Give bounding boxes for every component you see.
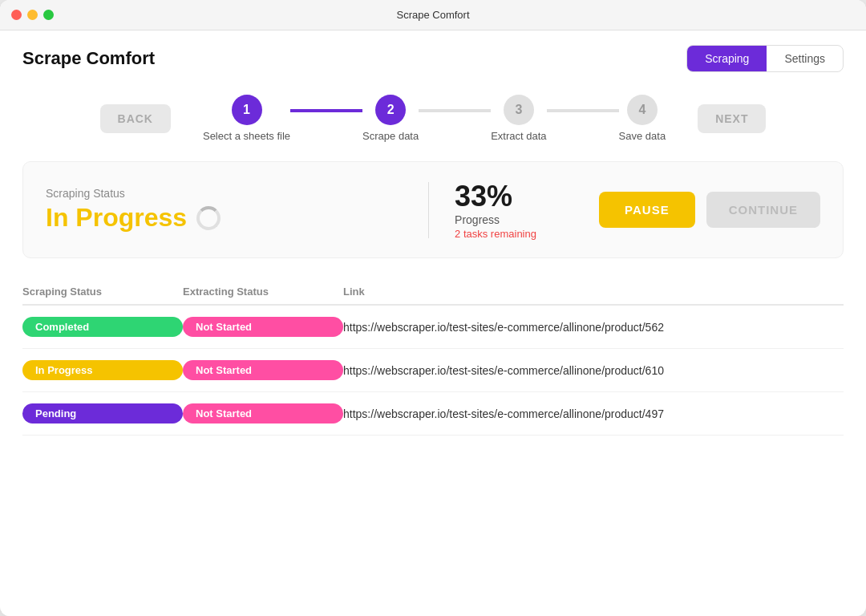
app-content: Scrape Comfort Scraping Settings BACK 1 …	[0, 30, 866, 616]
stepper: 1 Select a sheets file 2 Scrape data	[203, 95, 666, 142]
connector-3-4	[547, 109, 619, 112]
tab-scraping[interactable]: Scraping	[687, 46, 767, 71]
table-header: Scraping Status Extracting Status Link	[22, 279, 844, 306]
progress-label: Progress	[455, 213, 500, 226]
step-4-circle: 4	[627, 95, 658, 125]
table-row: In Progress Not Started https://webscrap…	[22, 349, 844, 392]
status-left: Scraping Status In Progress	[46, 187, 403, 233]
step-2: 2 Scrape data	[362, 95, 419, 142]
pause-button[interactable]: PAUSE	[599, 192, 695, 228]
tasks-remaining: 2 tasks remaining	[455, 228, 536, 240]
th-extracting: Extracting Status	[183, 286, 343, 298]
step-3: 3 Extract data	[491, 95, 546, 142]
step-2-circle: 2	[375, 95, 406, 125]
connector-1-2	[290, 109, 362, 112]
link-3[interactable]: https://webscraper.io/test-sites/e-comme…	[343, 407, 844, 420]
step-3-circle: 3	[504, 95, 534, 125]
step-4-label: Save data	[619, 130, 666, 142]
window-title: Scrape Comfort	[396, 9, 469, 21]
maximize-button[interactable]	[43, 10, 54, 20]
app-window: Scrape Comfort Scrape Comfort Scraping S…	[0, 0, 866, 616]
close-button[interactable]	[11, 10, 22, 20]
nav-tabs: Scraping Settings	[686, 45, 844, 72]
step-1-circle: 1	[232, 95, 262, 125]
step-1-label: Select a sheets file	[203, 130, 290, 142]
table-row: Pending Not Started https://webscraper.i…	[22, 392, 844, 436]
spinner-icon	[196, 206, 221, 230]
scraping-status-value: In Progress	[46, 203, 403, 233]
status-divider	[428, 182, 429, 238]
step-2-label: Scrape data	[362, 130, 419, 142]
connector-2-3	[419, 109, 491, 112]
status-progress: 33% Progress 2 tasks remaining	[455, 180, 551, 240]
link-1[interactable]: https://webscraper.io/test-sites/e-comme…	[343, 321, 844, 334]
app-title: Scrape Comfort	[22, 48, 155, 69]
th-link: Link	[343, 286, 844, 298]
title-bar: Scrape Comfort	[0, 0, 866, 30]
step-4: 4 Save data	[619, 95, 666, 142]
link-2[interactable]: https://webscraper.io/test-sites/e-comme…	[343, 364, 844, 377]
minimize-button[interactable]	[27, 10, 38, 20]
table-row: Completed Not Started https://webscraper…	[22, 306, 844, 349]
next-button[interactable]: NEXT	[698, 104, 766, 133]
scraping-status-label: Scraping Status	[46, 187, 403, 200]
step-1: 1 Select a sheets file	[203, 95, 290, 142]
scraping-status-badge-2: In Progress	[22, 360, 183, 380]
status-actions: PAUSE CONTINUE	[599, 192, 820, 228]
step-3-label: Extract data	[491, 130, 546, 142]
extracting-status-badge-2: Not Started	[183, 360, 343, 380]
progress-percent: 33%	[455, 180, 512, 213]
continue-button[interactable]: CONTINUE	[706, 192, 820, 228]
scraping-status-badge-3: Pending	[22, 403, 183, 424]
status-area: Scraping Status In Progress 33% Progress…	[22, 161, 844, 258]
th-scraping: Scraping Status	[22, 286, 183, 298]
extracting-status-badge-1: Not Started	[183, 317, 343, 337]
traffic-lights	[11, 10, 54, 20]
back-button[interactable]: BACK	[100, 104, 171, 133]
tab-settings[interactable]: Settings	[767, 46, 843, 71]
table-area: Scraping Status Extracting Status Link C…	[22, 279, 844, 594]
stepper-area: BACK 1 Select a sheets file 2 Scrape dat…	[22, 80, 844, 150]
scraping-status-badge-1: Completed	[22, 317, 183, 337]
extracting-status-badge-3: Not Started	[183, 403, 343, 424]
header: Scrape Comfort Scraping Settings	[22, 30, 844, 80]
